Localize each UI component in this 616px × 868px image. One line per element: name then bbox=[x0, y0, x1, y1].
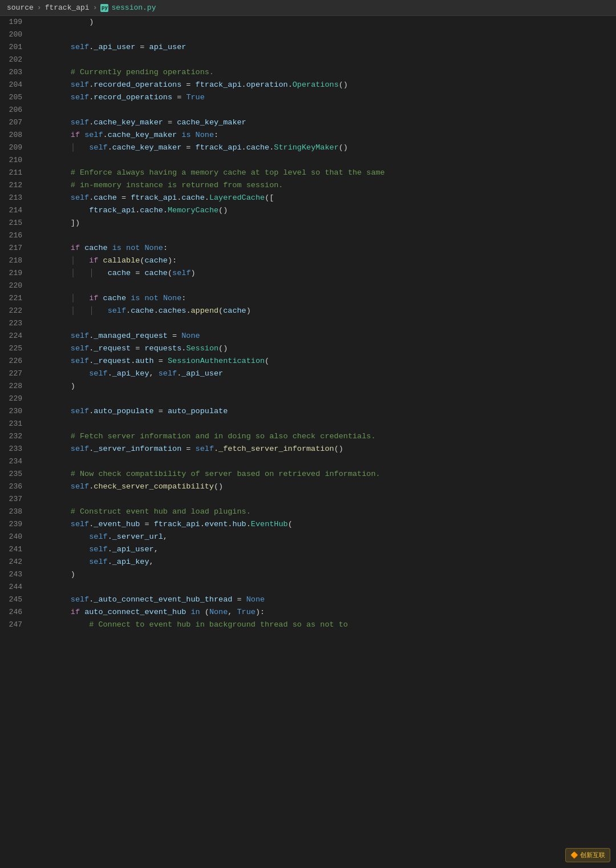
code-line: 219 │ │ cache = cache(self) bbox=[0, 267, 616, 280]
code-line: 236 self.check_server_compatibility() bbox=[0, 481, 616, 493]
code-line: 240 self._server_url, bbox=[0, 531, 616, 543]
code-line: 232 # Fetch server information and in do… bbox=[0, 430, 616, 443]
breadcrumb-ftrack-api[interactable]: ftrack_api bbox=[45, 3, 90, 12]
line-content bbox=[31, 154, 616, 167]
code-line: 224 self._managed_request = None bbox=[0, 330, 616, 342]
line-content: self.record_operations = True bbox=[31, 91, 616, 104]
line-number: 233 bbox=[0, 443, 31, 455]
line-number: 225 bbox=[0, 342, 31, 355]
breadcrumb-file[interactable]: py session.py bbox=[100, 3, 156, 12]
line-content: self._request.auth = SessionAuthenticati… bbox=[31, 355, 616, 368]
line-number: 200 bbox=[0, 29, 31, 41]
code-line: 227 self._api_key, self._api_user bbox=[0, 368, 616, 380]
line-content: # Construct event hub and load plugins. bbox=[31, 506, 616, 518]
code-line: 221 │ if cache is not None: bbox=[0, 292, 616, 305]
code-line: 245 self._auto_connect_event_hub_thread … bbox=[0, 594, 616, 606]
line-content: ) bbox=[31, 568, 616, 581]
line-number: 236 bbox=[0, 481, 31, 493]
code-container: 199 )200 201 self._api_user = api_user20… bbox=[0, 16, 616, 631]
line-content: ) bbox=[31, 380, 616, 393]
code-line: 200 bbox=[0, 29, 616, 41]
line-number: 204 bbox=[0, 79, 31, 91]
code-line: 225 self._request = requests.Session() bbox=[0, 342, 616, 355]
line-number: 210 bbox=[0, 154, 31, 167]
code-line: 222 │ │ self.cache.caches.append(cache) bbox=[0, 305, 616, 317]
code-line: 210 bbox=[0, 154, 616, 167]
code-line: 211 # Enforce always having a memory cac… bbox=[0, 167, 616, 179]
line-number: 226 bbox=[0, 355, 31, 368]
code-line: 241 self._api_user, bbox=[0, 543, 616, 556]
breadcrumb-source[interactable]: source bbox=[7, 3, 34, 12]
line-content: │ if callable(cache): bbox=[31, 255, 616, 267]
line-content: if cache is not None: bbox=[31, 242, 616, 255]
line-content: if self.cache_key_maker is None: bbox=[31, 129, 616, 142]
line-content: self.auto_populate = auto_populate bbox=[31, 405, 616, 418]
line-number: 215 bbox=[0, 217, 31, 229]
code-line: 213 self.cache = ftrack_api.cache.Layere… bbox=[0, 192, 616, 204]
line-number: 205 bbox=[0, 91, 31, 104]
code-line: 228 ) bbox=[0, 380, 616, 393]
line-number: 230 bbox=[0, 405, 31, 418]
code-line: 226 self._request.auth = SessionAuthenti… bbox=[0, 355, 616, 368]
line-number: 216 bbox=[0, 229, 31, 242]
line-number: 239 bbox=[0, 518, 31, 531]
line-content bbox=[31, 455, 616, 468]
code-line: 207 self.cache_key_maker = cache_key_mak… bbox=[0, 116, 616, 129]
line-number: 209 bbox=[0, 142, 31, 154]
line-number: 240 bbox=[0, 531, 31, 543]
code-line: 238 # Construct event hub and load plugi… bbox=[0, 506, 616, 518]
code-line: 220 bbox=[0, 280, 616, 292]
code-line: 201 self._api_user = api_user bbox=[0, 41, 616, 54]
line-content: # Currently pending operations. bbox=[31, 66, 616, 79]
line-number: 229 bbox=[0, 393, 31, 405]
line-content bbox=[31, 493, 616, 506]
line-content: │ if cache is not None: bbox=[31, 292, 616, 305]
line-content bbox=[31, 581, 616, 594]
code-line: 243 ) bbox=[0, 568, 616, 581]
code-line: 234 bbox=[0, 455, 616, 468]
line-content: self.recorded_operations = ftrack_api.op… bbox=[31, 79, 616, 91]
line-content: self._event_hub = ftrack_api.event.hub.E… bbox=[31, 518, 616, 531]
code-line: 204 self.recorded_operations = ftrack_ap… bbox=[0, 79, 616, 91]
line-content: self._api_user = api_user bbox=[31, 41, 616, 54]
line-number: 202 bbox=[0, 54, 31, 66]
code-line: 247 # Connect to event hub in background… bbox=[0, 619, 616, 631]
line-content: │ │ self.cache.caches.append(cache) bbox=[31, 305, 616, 317]
line-number: 231 bbox=[0, 418, 31, 430]
line-number: 221 bbox=[0, 292, 31, 305]
code-line: 203 # Currently pending operations. bbox=[0, 66, 616, 79]
line-number: 237 bbox=[0, 493, 31, 506]
line-number: 224 bbox=[0, 330, 31, 342]
line-content: self.check_server_compatibility() bbox=[31, 481, 616, 493]
code-line: 223 bbox=[0, 317, 616, 330]
line-number: 214 bbox=[0, 204, 31, 217]
line-content: self._auto_connect_event_hub_thread = No… bbox=[31, 594, 616, 606]
line-number: 217 bbox=[0, 242, 31, 255]
line-number: 201 bbox=[0, 41, 31, 54]
line-number: 207 bbox=[0, 116, 31, 129]
code-line: 246 if auto_connect_event_hub in (None, … bbox=[0, 606, 616, 619]
code-line: 233 self._server_information = self._fet… bbox=[0, 443, 616, 455]
line-number: 203 bbox=[0, 66, 31, 79]
code-line: 242 self._api_key, bbox=[0, 556, 616, 568]
line-content: self._api_key, bbox=[31, 556, 616, 568]
line-content: ]) bbox=[31, 217, 616, 229]
line-content: self._server_url, bbox=[31, 531, 616, 543]
code-line: 208 if self.cache_key_maker is None: bbox=[0, 129, 616, 142]
line-content: self.cache_key_maker = cache_key_maker bbox=[31, 116, 616, 129]
line-number: 212 bbox=[0, 179, 31, 192]
line-content: ) bbox=[31, 16, 616, 29]
line-content: # Fetch server information and in doing … bbox=[31, 430, 616, 443]
line-number: 235 bbox=[0, 468, 31, 481]
line-content: if auto_connect_event_hub in (None, True… bbox=[31, 606, 616, 619]
line-content bbox=[31, 29, 616, 41]
line-number: 247 bbox=[0, 619, 31, 631]
code-line: 199 ) bbox=[0, 16, 616, 29]
line-number: 234 bbox=[0, 455, 31, 468]
line-number: 218 bbox=[0, 255, 31, 267]
line-content: self._request = requests.Session() bbox=[31, 342, 616, 355]
line-number: 199 bbox=[0, 16, 31, 29]
line-number: 222 bbox=[0, 305, 31, 317]
line-number: 242 bbox=[0, 556, 31, 568]
code-line: 229 bbox=[0, 393, 616, 405]
